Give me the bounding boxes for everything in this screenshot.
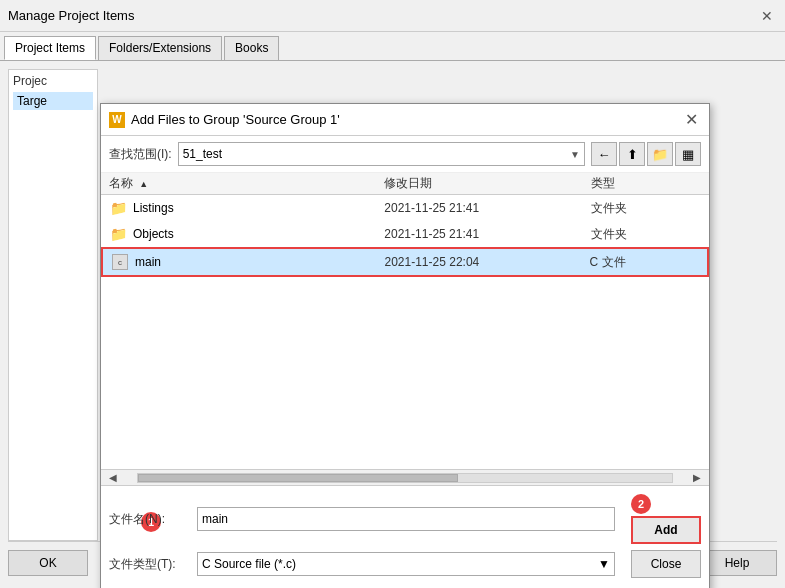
ok-button[interactable]: OK <box>8 550 88 576</box>
left-panel-header: Projec <box>13 74 93 88</box>
add-button[interactable]: Add <box>631 516 701 544</box>
left-panel-item[interactable]: Targe <box>13 92 93 110</box>
outer-close-button[interactable]: ✕ <box>757 6 777 26</box>
close-button[interactable]: Close <box>631 550 701 578</box>
view-icon: ▦ <box>682 147 694 162</box>
folder-name: 51_test <box>183 147 222 161</box>
toolbar-buttons: ← ⬆ 📁 ▦ <box>591 142 701 166</box>
outer-window: Manage Project Items ✕ Project Items Fol… <box>0 0 785 588</box>
inner-titlebar: W Add Files to Group 'Source Group 1' ✕ <box>101 104 709 136</box>
table-row[interactable]: c main 2021-11-25 22:04 C 文件 <box>101 247 709 277</box>
filetype-value: C Source file (*.c) <box>202 557 296 571</box>
tab-folders-extensions[interactable]: Folders/Extensions <box>98 36 222 60</box>
outer-content: Projec Targe W Add Files to Group 'Sourc… <box>0 61 785 588</box>
up-icon: ⬆ <box>627 147 638 162</box>
folder-icon: 📁 <box>109 225 127 243</box>
c-file-icon: c <box>111 253 129 271</box>
badge-2: 2 <box>631 494 651 514</box>
filetype-select[interactable]: C Source file (*.c) ▼ <box>197 552 615 576</box>
col-header-type: 类型 <box>591 175 701 192</box>
table-row[interactable]: 📁 Listings 2021-11-25 21:41 文件夹 <box>101 195 709 221</box>
outer-tabs: Project Items Folders/Extensions Books <box>0 32 785 61</box>
table-row[interactable]: 📁 Objects 2021-11-25 21:41 文件夹 <box>101 221 709 247</box>
scroll-left-icon[interactable]: ◀ <box>105 470 121 486</box>
outer-title: Manage Project Items <box>8 8 134 23</box>
file-date-cell: 2021-11-25 21:41 <box>384 201 591 215</box>
dialog-title: Add Files to Group 'Source Group 1' <box>131 112 681 127</box>
scroll-right-icon[interactable]: ▶ <box>689 470 705 486</box>
dialog-close-button[interactable]: ✕ <box>681 110 701 130</box>
filetype-dropdown-arrow: ▼ <box>598 557 610 571</box>
back-button[interactable]: ← <box>591 142 617 166</box>
scrollbar-row: ◀ ▶ <box>101 469 709 485</box>
outer-titlebar: Manage Project Items ✕ <box>0 0 785 32</box>
file-date-cell: 2021-11-25 21:41 <box>384 227 591 241</box>
new-folder-icon: 📁 <box>652 147 668 162</box>
h-scrollbar-thumb[interactable] <box>138 474 458 482</box>
view-toggle-button[interactable]: ▦ <box>675 142 701 166</box>
col-header-name: 名称 ▲ <box>109 175 384 192</box>
file-list-header: 名称 ▲ 修改日期 类型 <box>101 173 709 195</box>
file-list[interactable]: 📁 Listings 2021-11-25 21:41 文件夹 📁 Object… <box>101 195 709 469</box>
file-name-cell: 📁 Listings <box>109 199 384 217</box>
file-type-cell: C 文件 <box>590 254 699 271</box>
file-date-cell: 2021-11-25 22:04 <box>384 255 589 269</box>
dialog-icon: W <box>109 112 125 128</box>
file-type-cell: 文件夹 <box>591 226 701 243</box>
file-type-cell: 文件夹 <box>591 200 701 217</box>
inner-dialog: W Add Files to Group 'Source Group 1' ✕ … <box>100 103 710 588</box>
search-range-label: 查找范围(I): <box>109 146 172 163</box>
filename-label: 文件名(N): <box>109 511 189 528</box>
bottom-form: 文件名(N): 2 Add 文件类型(T): C Source file (*.… <box>101 485 709 588</box>
filename-row: 文件名(N): 2 Add <box>109 494 701 544</box>
left-panel: Projec Targe <box>8 69 98 541</box>
sort-arrow-icon: ▲ <box>139 179 148 189</box>
h-scrollbar-track[interactable] <box>137 473 673 483</box>
file-name-cell: c main <box>111 253 384 271</box>
new-folder-button[interactable]: 📁 <box>647 142 673 166</box>
filename-input[interactable] <box>197 507 615 531</box>
folder-icon: 📁 <box>109 199 127 217</box>
col-header-date: 修改日期 <box>384 175 591 192</box>
file-name-cell: 📁 Objects <box>109 225 384 243</box>
dropdown-arrow-icon: ▼ <box>570 149 580 160</box>
up-folder-button[interactable]: ⬆ <box>619 142 645 166</box>
filetype-row: 文件类型(T): C Source file (*.c) ▼ Close <box>109 550 701 578</box>
outer-body: Projec Targe W Add Files to Group 'Sourc… <box>8 69 777 541</box>
filetype-label: 文件类型(T): <box>109 556 189 573</box>
tab-books[interactable]: Books <box>224 36 279 60</box>
back-icon: ← <box>598 147 611 162</box>
folder-dropdown[interactable]: 51_test ▼ <box>178 142 585 166</box>
toolbar-row: 查找范围(I): 51_test ▼ ← ⬆ 📁 <box>101 136 709 173</box>
tab-project-items[interactable]: Project Items <box>4 36 96 60</box>
file-list-area: 名称 ▲ 修改日期 类型 📁 Listings <box>101 173 709 485</box>
